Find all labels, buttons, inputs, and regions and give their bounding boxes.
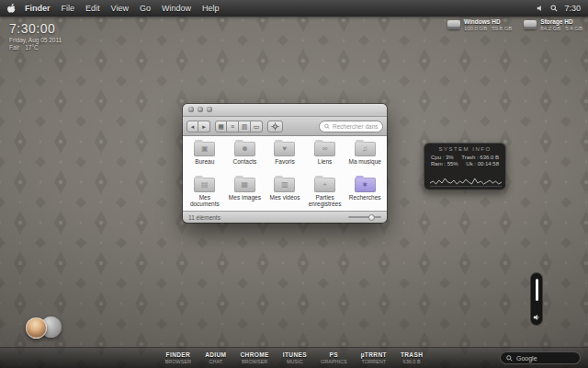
- system-info-widget: SYSTEM INFO Cpu : 3%Trash : 636.0 BRam :…: [424, 143, 506, 190]
- item-count: 11 éléments: [188, 214, 220, 221]
- dock-bar: FINDERBROWSERADIUMCHATCHROMEBROWSERITUNE…: [0, 347, 588, 368]
- folder-item-favoris[interactable]: ♥Favoris: [265, 137, 305, 173]
- dock-item-trash[interactable]: TRASH636.0 B: [401, 351, 423, 364]
- speaker-icon: [533, 314, 540, 321]
- search-field[interactable]: Rechercher dans ...: [319, 121, 383, 132]
- view-switcher: ▦ ≡ ▥ ▭: [215, 121, 263, 132]
- dock-item-label: PS: [321, 351, 347, 358]
- dock-item-sublabel: CHAT: [205, 359, 226, 364]
- folder-item-contacts[interactable]: ☻Contacts: [225, 137, 266, 173]
- icon-view-button[interactable]: ▦: [215, 121, 227, 132]
- spotlight-icon[interactable]: [550, 5, 558, 12]
- folder-label: Recherches: [349, 194, 381, 201]
- apple-menu[interactable]: [7, 4, 16, 14]
- dock-item-itunes[interactable]: ITUNESMUSIC: [283, 351, 307, 364]
- folder-item-parties-enregistr-es[interactable]: +Parties enregistrées: [305, 173, 345, 209]
- volume-slider[interactable]: [530, 272, 543, 326]
- folder-item-bureau[interactable]: ▣Bureau: [185, 137, 225, 173]
- menubar-item-edit[interactable]: Edit: [80, 4, 106, 13]
- desktop-avatar-items: [26, 315, 64, 340]
- weather-widget: Fair 17°C: [9, 44, 62, 51]
- folder-label: Bureau: [195, 158, 214, 165]
- folder-label: Mes vidéos: [270, 194, 300, 201]
- apple-icon: [7, 4, 16, 14]
- dock-item-chrome[interactable]: CHROMEBROWSER: [240, 351, 268, 364]
- folder-item-ma-musique[interactable]: ♫Ma musique: [345, 137, 385, 173]
- folder-icon: ∗: [355, 178, 376, 192]
- folder-label: Mes documents: [186, 194, 223, 207]
- drive-info: Windows HD100.0 GB59.8 GB: [464, 18, 512, 31]
- folder-icon: ☻: [234, 142, 255, 156]
- finder-toolbar: ◂ ▸ ▦ ≡ ▥ ▭ Rechercher dans ...: [183, 117, 387, 136]
- avatar[interactable]: [26, 317, 47, 339]
- folder-grid: ▣Bureau☻Contacts♥Favoris∞Liens♫Ma musiqu…: [183, 136, 387, 210]
- clock-time: 7:30:00: [9, 21, 62, 36]
- weather-temperature: 17°C: [25, 44, 39, 51]
- google-search-label: Google: [516, 355, 537, 362]
- dock-item-finder[interactable]: FINDERBROWSER: [165, 351, 191, 364]
- dock-item-trrnt[interactable]: µTRRNTTORRENT: [361, 351, 387, 364]
- dock-item-label: CHROME: [240, 351, 268, 358]
- hard-drive-icon: [447, 20, 460, 29]
- drive-widgets: Windows HD100.0 GB59.8 GBStorage HD84.2 …: [447, 18, 582, 31]
- stat-left: Cpu : 3%: [431, 155, 454, 160]
- folder-glyph: ▣: [201, 145, 209, 153]
- clock-widget: 7:30:00 Friday, Aug 05 2011 Fair 17°C: [9, 21, 62, 51]
- folder-icon: ▥: [274, 178, 295, 192]
- folder-icon: ▣: [194, 142, 215, 156]
- window-titlebar[interactable]: [183, 104, 387, 117]
- drive-windows-hd[interactable]: Windows HD100.0 GB59.8 GB: [447, 18, 512, 31]
- menubar-item-finder[interactable]: Finder: [19, 4, 56, 13]
- menubar-item-view[interactable]: View: [106, 4, 134, 13]
- list-view-button[interactable]: ≡: [227, 121, 239, 132]
- slider-knob[interactable]: [368, 214, 375, 221]
- folder-glyph: ☻: [241, 145, 248, 153]
- folder-item-mes-images[interactable]: ▦Mes images: [225, 173, 266, 209]
- folder-glyph: ∗: [362, 181, 368, 189]
- action-button[interactable]: [267, 121, 283, 132]
- close-button[interactable]: [188, 107, 194, 112]
- menubar-item-go[interactable]: Go: [134, 4, 156, 13]
- menubar-item-help[interactable]: Help: [197, 4, 225, 13]
- folder-icon: ♥: [274, 142, 295, 156]
- menubar-item-window[interactable]: Window: [156, 4, 197, 13]
- folder-icon: ∞: [314, 142, 335, 156]
- back-button[interactable]: ◂: [187, 121, 198, 132]
- folder-item-mes-documents[interactable]: ▤Mes documents: [185, 173, 225, 209]
- folder-label: Mes images: [229, 194, 261, 201]
- google-search-box[interactable]: Google: [500, 351, 581, 364]
- dock-item-label: TRASH: [401, 351, 423, 358]
- folder-glyph: ∞: [322, 145, 328, 153]
- menubar-menus: FinderFileEditViewGoWindowHelp: [19, 4, 224, 13]
- dock-item-sublabel: GRAPHICS: [321, 359, 347, 364]
- drive-name: Windows HD: [464, 18, 512, 25]
- system-info-row: Cpu : 3%Trash : 636.0 B: [424, 154, 505, 160]
- nav-buttons: ◂ ▸: [187, 121, 210, 132]
- finder-statusbar: 11 éléments: [183, 211, 387, 223]
- stat-right: Uk : 00:14:58: [466, 161, 499, 167]
- column-view-button[interactable]: ▥: [239, 121, 251, 132]
- zoom-button[interactable]: [207, 107, 212, 112]
- stat-left: Ram : 55%: [431, 161, 458, 167]
- volume-level-bar[interactable]: [536, 279, 538, 301]
- menubar-item-file[interactable]: File: [56, 4, 81, 13]
- folder-item-recherches[interactable]: ∗Recherches: [345, 173, 385, 209]
- folder-item-mes-vid-os[interactable]: ▥Mes vidéos: [265, 173, 305, 209]
- coverflow-view-button[interactable]: ▭: [251, 121, 263, 132]
- dock-item-sublabel: TORRENT: [361, 359, 387, 364]
- forward-button[interactable]: ▸: [198, 121, 210, 132]
- dock-item-label: FINDER: [165, 351, 191, 358]
- drive-name: Storage HD: [540, 18, 582, 25]
- folder-glyph: ♫: [362, 145, 368, 153]
- folder-icon: +: [314, 178, 335, 192]
- menubar-clock[interactable]: 7:30: [564, 4, 581, 13]
- dock-item-ps[interactable]: PSGRAPHICS: [321, 351, 347, 364]
- minimize-button[interactable]: [198, 107, 203, 112]
- folder-item-liens[interactable]: ∞Liens: [305, 137, 345, 173]
- icon-size-slider[interactable]: [348, 216, 381, 218]
- menubar: FinderFileEditViewGoWindowHelp 7:30: [0, 0, 588, 17]
- volume-menu-icon[interactable]: [537, 5, 544, 12]
- drive-storage-hd[interactable]: Storage HD84.2 GB5.4 GB: [524, 18, 582, 31]
- hard-drive-icon: [524, 20, 537, 29]
- dock-item-adium[interactable]: ADIUMCHAT: [205, 351, 226, 364]
